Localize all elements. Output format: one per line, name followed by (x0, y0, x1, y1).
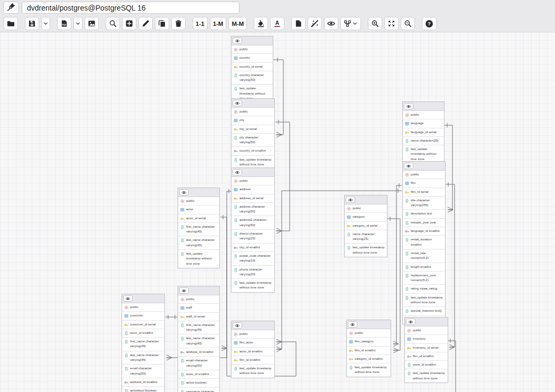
table-node-customer[interactable]: publiccustomercustomer_id serialstore_id… (122, 294, 165, 392)
table-icon (180, 208, 184, 212)
column-row: postal_code character varying(10) (232, 251, 274, 265)
column-icon (124, 367, 128, 371)
column-row: email character varying(50) (122, 364, 164, 378)
column-row: store_id smallint (178, 370, 219, 378)
column-row: customer_id serial (122, 320, 164, 329)
show-columns-eye-button[interactable] (404, 163, 413, 169)
column-row: description text (403, 209, 445, 218)
show-columns-eye-button[interactable] (233, 38, 242, 44)
table-node-header (122, 294, 164, 303)
show-columns-eye-button[interactable] (233, 100, 242, 106)
schema-icon (407, 329, 411, 333)
column-icon (234, 136, 238, 140)
column-row: length smallint (403, 263, 445, 271)
show-columns-eye-button[interactable] (406, 319, 415, 325)
column-row: address character varying(50) (232, 202, 274, 216)
column-row: activebool boolean (122, 386, 164, 392)
schema-row: public (347, 329, 391, 337)
column-row: release_year year (403, 218, 445, 227)
table-node-header (347, 320, 391, 329)
show-columns-eye-button[interactable] (233, 169, 242, 175)
column-icon (347, 246, 351, 250)
column-icon (234, 87, 238, 91)
column-icon (180, 337, 184, 341)
foreign-key-icon (124, 380, 128, 385)
table-node-city[interactable]: publiccitycity_id serialcity character v… (231, 98, 275, 169)
table-name-row: film (403, 179, 445, 187)
column-icon (180, 323, 184, 328)
schema-icon (349, 331, 353, 335)
column-row: last_update timestamp without time zone (232, 278, 274, 292)
table-node-staff[interactable]: publicstaffstaff_id serialfirst_name cha… (178, 286, 220, 392)
show-columns-eye-button[interactable] (404, 103, 413, 109)
primary-key-icon (349, 349, 353, 353)
schema-icon (180, 297, 184, 302)
table-node-header (232, 168, 274, 177)
table-node-category[interactable]: publiccategorycategory_id serialname cha… (344, 195, 387, 257)
column-row: district character varying(20) (232, 229, 274, 243)
column-icon (180, 238, 184, 242)
column-icon (234, 218, 238, 222)
show-columns-eye-button[interactable] (123, 295, 133, 302)
table-node-header (403, 102, 444, 111)
primary-key-icon (405, 130, 409, 135)
column-icon (180, 372, 184, 377)
table-node-header (232, 99, 274, 108)
primary-key-icon (234, 65, 238, 69)
column-row: language_id smallint (403, 227, 445, 235)
table-node-language[interactable]: publiclanguagelanguage_id serialname cha… (402, 101, 445, 164)
primary-key-icon (405, 190, 409, 194)
table-node-country[interactable]: publiccountrycountry_id serialcountry ch… (231, 36, 273, 103)
table-name-row: film_actor (232, 338, 274, 347)
column-row: first_name character varying(45) (178, 222, 219, 236)
table-node-actor[interactable]: publicactoractor_id serialfirst_name cha… (178, 188, 220, 268)
table-node-film_category[interactable]: publicfilm_categoryfilm_id smallintcateg… (346, 320, 391, 377)
table-node-header (178, 188, 219, 197)
column-row: first_name character varying(45) (122, 337, 164, 351)
column-icon (234, 367, 238, 371)
show-columns-eye-button[interactable] (348, 321, 357, 328)
table-node-header (403, 162, 445, 171)
show-columns-eye-button[interactable] (233, 322, 242, 329)
column-row: store_id smallint (122, 329, 164, 337)
show-columns-eye-button[interactable] (346, 197, 355, 203)
column-icon (405, 265, 409, 269)
column-icon (234, 232, 238, 236)
table-node-header (232, 321, 274, 330)
table-icon (405, 181, 409, 185)
column-row: title character varying(255) (403, 196, 445, 210)
table-node-inventory[interactable]: publicinventoryinventory_id serialfilm_i… (404, 317, 448, 383)
table-icon (349, 340, 353, 344)
table-icon (405, 122, 409, 126)
table-node-address[interactable]: publicaddressaddress_id serialaddress ch… (231, 167, 275, 293)
schema-row: public (122, 303, 164, 311)
column-row: film_id smallint (405, 352, 448, 360)
column-icon (349, 366, 353, 370)
foreign-key-icon (234, 246, 238, 250)
schema-icon (405, 113, 409, 117)
show-columns-eye-button[interactable] (179, 189, 189, 195)
column-row: last_name character varying(45) (122, 351, 164, 365)
show-columns-eye-button[interactable] (179, 287, 189, 294)
schema-row: public (232, 177, 274, 185)
table-name-row: inventory (405, 334, 448, 343)
column-row: staff_id serial (178, 312, 219, 321)
column-icon (180, 390, 184, 392)
column-icon (234, 268, 238, 272)
schema-row: public (232, 45, 273, 53)
schema-row: public (403, 111, 444, 119)
schema-row: public (403, 171, 445, 179)
table-icon (407, 337, 411, 341)
column-row: last_update timestamp without time zone (178, 249, 219, 268)
column-icon (405, 221, 409, 225)
column-row: address_id serial (232, 194, 274, 202)
column-row: last_update timestamp without time zone (345, 243, 387, 257)
column-row: last_name character varying(45) (178, 236, 219, 249)
table-node-film[interactable]: publicfilmfilm_id serialtitle character … (402, 161, 446, 324)
primary-key-icon (407, 346, 411, 350)
column-icon (405, 199, 409, 203)
foreign-key-icon (180, 350, 184, 354)
table-node-film_actor[interactable]: publicfilm_actoractor_id smallintfilm_id… (231, 321, 275, 378)
column-icon (347, 232, 351, 237)
primary-key-icon (180, 315, 184, 319)
